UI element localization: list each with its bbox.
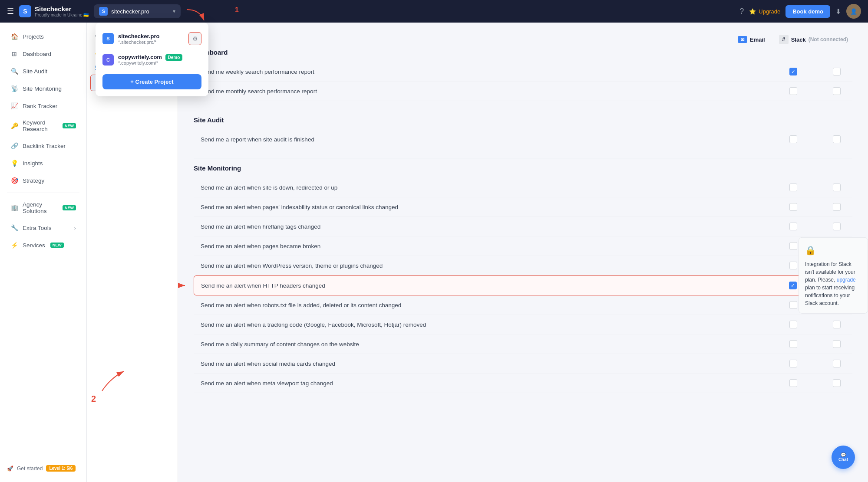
notif-row-monthly-report: Send me monthly search performance repor…	[194, 82, 852, 101]
annotation-arrow-3	[178, 277, 194, 294]
download-icon[interactable]: ⬇	[835, 7, 841, 16]
checkbox-slack-content-changes[interactable]	[833, 340, 841, 348]
notif-row-http-headers: Send me an alert when HTTP headers chang…	[194, 275, 852, 295]
notif-row-meta-viewport: Send me an alert when meta viewport tag …	[194, 374, 852, 393]
checkbox-email-weekly[interactable]	[789, 68, 797, 75]
create-project-button[interactable]: + Create Project	[102, 74, 201, 89]
checkbox-email-monthly[interactable]	[789, 87, 797, 95]
get-started-icon: 🚀	[7, 466, 13, 472]
help-icon[interactable]: ?	[739, 7, 744, 16]
notif-text-robots: Send me an alert when robots.txt file is…	[201, 302, 784, 308]
checkbox-slack-indexability[interactable]	[833, 203, 841, 211]
chevron-down-icon: ▾	[173, 8, 175, 14]
checkbox-slack-audit[interactable]	[833, 135, 841, 143]
chat-icon: 💬	[841, 452, 846, 457]
sidebar-item-insights[interactable]: 💡 Insights	[3, 155, 83, 171]
sidebar-label-backlink-tracker: Backlink Tracker	[23, 143, 66, 149]
sidebar-label-extra-tools: Extra Tools	[23, 225, 52, 231]
sidebar-item-projects[interactable]: 🏠 Projects	[3, 28, 83, 45]
agency-solutions-new-badge: NEW	[63, 205, 76, 210]
checkbox-email-meta-viewport[interactable]	[789, 379, 797, 387]
annotation-2-label: 2	[91, 394, 96, 404]
checkbox-slack-hreflang[interactable]	[833, 223, 841, 230]
slack-tooltip: 🔒 Integration for Slack isn't available …	[799, 237, 868, 313]
checkbox-cell-slack-weekly	[832, 68, 841, 75]
sidebar-item-services[interactable]: ⚡ Services NEW	[3, 237, 83, 253]
checkbox-email-http-headers[interactable]	[789, 282, 797, 289]
highlighted-row-wrapper: 3 Send me an alert when HTTP headers cha…	[194, 275, 852, 295]
sidebar-item-backlink-tracker[interactable]: 🔗 Backlink Tracker	[3, 138, 83, 154]
email-channel-label: ✉ Email	[738, 36, 765, 43]
checkbox-slack-meta-viewport[interactable]	[833, 379, 841, 387]
project-url-cw: *.copywritely.com/*	[118, 60, 182, 66]
sidebar-label-strategy: Strategy	[23, 177, 44, 184]
upgrade-plan-link[interactable]: upgrade	[837, 276, 856, 282]
project-dropdown: 1 S sitechecker.pro *.sitechecker.pro/* …	[96, 23, 208, 96]
notif-text-weekly-report: Send me weekly search performance report	[201, 69, 784, 75]
project-info-cw: copywritely.com Demo *.copywritely.com/*	[118, 54, 182, 66]
sidebar-item-site-audit[interactable]: 🔍 Site Audit	[3, 63, 83, 79]
channel-header: ✉ Email # Slack (Not connected)	[194, 35, 852, 44]
keyword-research-new-badge: NEW	[63, 123, 76, 128]
logo-icon: S	[19, 5, 31, 17]
project-item-cw[interactable]: C copywritely.com Demo *.copywritely.com…	[96, 49, 208, 70]
sidebar-item-dashboard[interactable]: ⊞ Dashboard	[3, 46, 83, 62]
chat-button[interactable]: 💬 Chat	[832, 446, 855, 469]
checkbox-email-site-down[interactable]	[789, 184, 797, 191]
project-url-sc: *.sitechecker.pro/*	[118, 39, 159, 45]
project-selector[interactable]: S sitechecker.pro ▾	[94, 4, 181, 18]
sidebar-item-keyword-research[interactable]: 🔑 Keyword Research NEW	[3, 115, 83, 137]
project-icon-cw: C	[102, 54, 114, 66]
slack-channel-label: # Slack (Not connected)	[779, 35, 848, 44]
top-navigation: ☰ S Sitechecker Proudly made in Ukraine …	[0, 0, 868, 23]
checkbox-email-broken-pages[interactable]	[789, 242, 797, 250]
book-demo-button[interactable]: Book demo	[785, 5, 830, 18]
avatar[interactable]: 👤	[846, 4, 861, 19]
strategy-icon: 🎯	[10, 177, 18, 184]
notif-row-content-changes: Send me a daily summary of content chang…	[194, 334, 852, 354]
checkbox-cell-email-weekly	[789, 68, 798, 75]
checkbox-email-wordpress[interactable]	[789, 262, 797, 269]
sidebar-item-site-monitoring[interactable]: 📡 Site Monitoring	[3, 80, 83, 97]
notif-row-wordpress: Send me an alert when WordPress version,…	[194, 256, 852, 275]
checkbox-email-content-changes[interactable]	[789, 340, 797, 348]
checkbox-email-indexability[interactable]	[789, 203, 797, 211]
notif-row-hreflang: Send me an alert when hreflang tags chan…	[194, 217, 852, 236]
sidebar-item-strategy[interactable]: 🎯 Strategy	[3, 172, 83, 189]
checkbox-email-social-media[interactable]	[789, 360, 797, 367]
email-label-text: Email	[750, 36, 765, 43]
sidebar-item-rank-tracker[interactable]: 📈 Rank Tracker	[3, 98, 83, 114]
sidebar-label-services: Services	[23, 242, 45, 249]
upgrade-button[interactable]: ⭐ Upgrade	[749, 8, 780, 15]
checkbox-email-robots[interactable]	[789, 301, 797, 309]
get-started[interactable]: 🚀 Get started Level 1: 5/6	[7, 465, 79, 472]
sidebar-item-agency-solutions[interactable]: 🏢 Agency Solutions NEW	[3, 197, 83, 219]
menu-icon[interactable]: ☰	[7, 7, 14, 16]
checkbox-slack-tracking-code[interactable]	[833, 321, 841, 328]
slack-label-text: Slack	[791, 36, 806, 43]
sidebar-item-extra-tools[interactable]: 🔧 Extra Tools ›	[3, 220, 83, 236]
project-settings-button[interactable]: ⚙	[188, 32, 201, 45]
checkbox-email-audit[interactable]	[789, 135, 797, 143]
checkbox-email-hreflang[interactable]	[789, 223, 797, 230]
checkbox-slack-monthly[interactable]	[833, 87, 841, 95]
checkbox-group-audit	[789, 135, 845, 143]
project-item-sc[interactable]: S sitechecker.pro *.sitechecker.pro/* ⚙	[96, 28, 208, 49]
checkbox-group-hreflang	[789, 223, 845, 230]
notif-text-hreflang: Send me an alert when hreflang tags chan…	[201, 223, 784, 230]
email-icon: ✉	[738, 36, 747, 43]
logo-text: Sitechecker	[35, 5, 71, 13]
extra-tools-arrow-icon: ›	[74, 225, 76, 231]
logo-sub: Proudly made in Ukraine 🇺🇦	[35, 13, 89, 17]
demo-badge: Demo	[165, 54, 183, 61]
checkbox-slack-site-down[interactable]	[833, 184, 841, 191]
checkbox-cell-slack-audit	[832, 135, 841, 143]
logo: S Sitechecker Proudly made in Ukraine 🇺🇦	[19, 5, 89, 17]
sidebar-label-agency-solutions: Agency Solutions	[23, 201, 57, 214]
checkbox-slack-social-media[interactable]	[833, 360, 841, 367]
checkbox-slack-weekly[interactable]	[833, 68, 841, 75]
dashboard-icon: ⊞	[10, 50, 18, 58]
checkbox-email-tracking-code[interactable]	[789, 321, 797, 328]
notif-text-broken-pages: Send me an alert when pages became broke…	[201, 243, 784, 249]
sidebar-label-keyword-research: Keyword Research	[23, 119, 57, 132]
